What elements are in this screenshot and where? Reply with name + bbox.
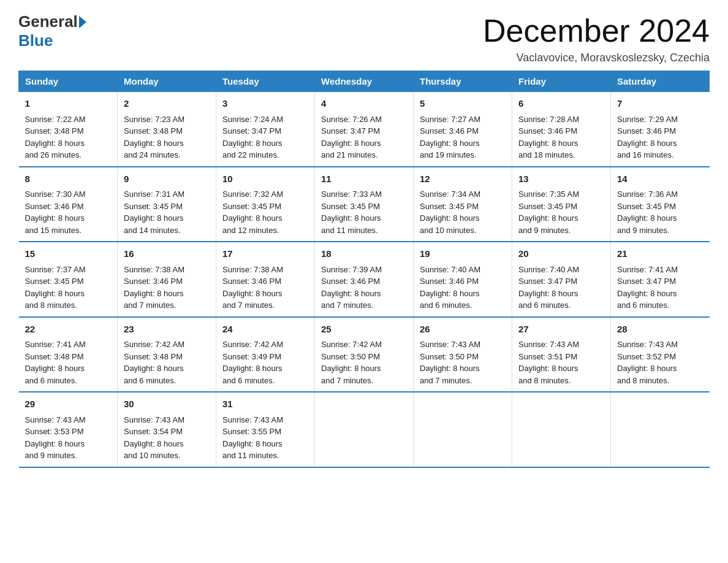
logo-blue-text: Blue <box>18 31 53 50</box>
day-info: Sunrise: 7:42 AMSunset: 3:48 PMDaylight:… <box>124 339 210 386</box>
day-number: 9 <box>124 172 210 186</box>
calendar-header-monday: Monday <box>118 71 216 92</box>
calendar-day-cell: 23Sunrise: 7:42 AMSunset: 3:48 PMDayligh… <box>118 317 216 393</box>
calendar-week-row: 1Sunrise: 7:22 AMSunset: 3:48 PMDaylight… <box>19 92 710 167</box>
day-number: 10 <box>222 172 308 186</box>
day-info: Sunrise: 7:33 AMSunset: 3:45 PMDaylight:… <box>321 188 407 236</box>
day-number: 31 <box>222 397 308 412</box>
day-info: Sunrise: 7:30 AMSunset: 3:46 PMDaylight:… <box>25 188 112 236</box>
calendar-day-cell: 13Sunrise: 7:35 AMSunset: 3:45 PMDayligh… <box>512 167 611 242</box>
day-number: 15 <box>25 247 112 261</box>
day-info: Sunrise: 7:36 AMSunset: 3:45 PMDaylight:… <box>617 188 703 236</box>
day-number: 19 <box>420 247 506 261</box>
day-number: 7 <box>617 97 703 111</box>
day-info: Sunrise: 7:29 AMSunset: 3:46 PMDaylight:… <box>617 113 703 161</box>
calendar-day-cell: 5Sunrise: 7:27 AMSunset: 3:46 PMDaylight… <box>414 92 512 167</box>
calendar-day-cell <box>611 392 710 467</box>
day-number: 3 <box>222 97 308 111</box>
calendar-day-cell: 7Sunrise: 7:29 AMSunset: 3:46 PMDaylight… <box>611 92 710 167</box>
calendar-day-cell: 29Sunrise: 7:43 AMSunset: 3:53 PMDayligh… <box>19 392 118 467</box>
calendar-day-cell: 1Sunrise: 7:22 AMSunset: 3:48 PMDaylight… <box>19 92 118 167</box>
day-number: 14 <box>617 172 703 186</box>
calendar-day-cell: 18Sunrise: 7:39 AMSunset: 3:46 PMDayligh… <box>315 242 414 317</box>
day-number: 23 <box>124 323 210 337</box>
logo-arrow-icon <box>79 16 86 28</box>
calendar-header-saturday: Saturday <box>611 71 710 92</box>
day-info: Sunrise: 7:22 AMSunset: 3:48 PMDaylight:… <box>25 113 112 161</box>
calendar-day-cell: 10Sunrise: 7:32 AMSunset: 3:45 PMDayligh… <box>216 167 315 242</box>
calendar-day-cell: 19Sunrise: 7:40 AMSunset: 3:46 PMDayligh… <box>414 242 512 317</box>
day-info: Sunrise: 7:38 AMSunset: 3:46 PMDaylight:… <box>124 264 210 312</box>
month-title: December 2024 <box>483 12 710 49</box>
calendar-header-wednesday: Wednesday <box>315 71 414 92</box>
day-info: Sunrise: 7:41 AMSunset: 3:48 PMDaylight:… <box>25 339 112 386</box>
calendar-day-cell: 20Sunrise: 7:40 AMSunset: 3:47 PMDayligh… <box>512 242 611 317</box>
day-info: Sunrise: 7:40 AMSunset: 3:47 PMDaylight:… <box>518 264 604 312</box>
day-info: Sunrise: 7:43 AMSunset: 3:55 PMDaylight:… <box>222 414 308 462</box>
day-info: Sunrise: 7:40 AMSunset: 3:46 PMDaylight:… <box>420 264 506 312</box>
day-number: 22 <box>25 323 112 337</box>
day-number: 18 <box>321 247 407 261</box>
day-number: 27 <box>518 323 604 337</box>
day-info: Sunrise: 7:38 AMSunset: 3:46 PMDaylight:… <box>222 264 308 312</box>
title-block: December 2024 Vaclavovice, Moravskoslezs… <box>483 12 710 64</box>
day-number: 24 <box>222 323 308 337</box>
calendar-header-friday: Friday <box>512 71 611 92</box>
day-number: 12 <box>420 172 506 186</box>
calendar-day-cell <box>512 392 611 467</box>
day-info: Sunrise: 7:43 AMSunset: 3:52 PMDaylight:… <box>617 339 703 386</box>
day-info: Sunrise: 7:43 AMSunset: 3:54 PMDaylight:… <box>124 414 210 462</box>
day-number: 13 <box>518 172 604 186</box>
calendar-day-cell: 21Sunrise: 7:41 AMSunset: 3:47 PMDayligh… <box>611 242 710 317</box>
calendar-table: SundayMondayTuesdayWednesdayThursdayFrid… <box>18 71 710 468</box>
day-info: Sunrise: 7:43 AMSunset: 3:53 PMDaylight:… <box>25 414 112 462</box>
calendar-day-cell: 14Sunrise: 7:36 AMSunset: 3:45 PMDayligh… <box>611 167 710 242</box>
day-number: 1 <box>25 97 112 111</box>
calendar-day-cell: 30Sunrise: 7:43 AMSunset: 3:54 PMDayligh… <box>118 392 216 467</box>
day-info: Sunrise: 7:27 AMSunset: 3:46 PMDaylight:… <box>420 113 506 161</box>
day-info: Sunrise: 7:31 AMSunset: 3:45 PMDaylight:… <box>124 188 210 236</box>
calendar-day-cell <box>414 392 512 467</box>
day-info: Sunrise: 7:37 AMSunset: 3:45 PMDaylight:… <box>25 264 112 312</box>
calendar-day-cell: 2Sunrise: 7:23 AMSunset: 3:48 PMDaylight… <box>118 92 216 167</box>
calendar-header-tuesday: Tuesday <box>216 71 315 92</box>
calendar-day-cell: 28Sunrise: 7:43 AMSunset: 3:52 PMDayligh… <box>611 317 710 393</box>
logo-general-text: General <box>18 12 78 31</box>
calendar-day-cell: 9Sunrise: 7:31 AMSunset: 3:45 PMDaylight… <box>118 167 216 242</box>
calendar-day-cell: 15Sunrise: 7:37 AMSunset: 3:45 PMDayligh… <box>19 242 118 317</box>
calendar-week-row: 29Sunrise: 7:43 AMSunset: 3:53 PMDayligh… <box>19 392 710 467</box>
day-number: 29 <box>25 397 112 412</box>
day-number: 17 <box>222 247 308 261</box>
day-number: 8 <box>25 172 112 186</box>
day-number: 11 <box>321 172 407 186</box>
calendar-week-row: 22Sunrise: 7:41 AMSunset: 3:48 PMDayligh… <box>19 317 710 393</box>
calendar-header-sunday: Sunday <box>19 71 118 92</box>
day-number: 16 <box>124 247 210 261</box>
day-number: 25 <box>321 323 407 337</box>
calendar-day-cell: 6Sunrise: 7:28 AMSunset: 3:46 PMDaylight… <box>512 92 611 167</box>
calendar-day-cell <box>315 392 414 467</box>
day-info: Sunrise: 7:42 AMSunset: 3:49 PMDaylight:… <box>222 339 308 386</box>
day-info: Sunrise: 7:32 AMSunset: 3:45 PMDaylight:… <box>222 188 308 236</box>
calendar-week-row: 8Sunrise: 7:30 AMSunset: 3:46 PMDaylight… <box>19 167 710 242</box>
calendar-day-cell: 22Sunrise: 7:41 AMSunset: 3:48 PMDayligh… <box>19 317 118 393</box>
calendar-day-cell: 26Sunrise: 7:43 AMSunset: 3:50 PMDayligh… <box>414 317 512 393</box>
calendar-day-cell: 16Sunrise: 7:38 AMSunset: 3:46 PMDayligh… <box>118 242 216 317</box>
location-subtitle: Vaclavovice, Moravskoslezsky, Czechia <box>483 52 710 64</box>
day-info: Sunrise: 7:23 AMSunset: 3:48 PMDaylight:… <box>124 113 210 161</box>
calendar-day-cell: 8Sunrise: 7:30 AMSunset: 3:46 PMDaylight… <box>19 167 118 242</box>
day-info: Sunrise: 7:43 AMSunset: 3:51 PMDaylight:… <box>518 339 604 386</box>
day-number: 28 <box>617 323 703 337</box>
page-header: General Blue December 2024 Vaclavovice, … <box>18 12 710 64</box>
day-info: Sunrise: 7:28 AMSunset: 3:46 PMDaylight:… <box>518 113 604 161</box>
day-info: Sunrise: 7:34 AMSunset: 3:45 PMDaylight:… <box>420 188 506 236</box>
calendar-day-cell: 11Sunrise: 7:33 AMSunset: 3:45 PMDayligh… <box>315 167 414 242</box>
day-number: 5 <box>420 97 506 111</box>
day-number: 20 <box>518 247 604 261</box>
calendar-day-cell: 31Sunrise: 7:43 AMSunset: 3:55 PMDayligh… <box>216 392 315 467</box>
calendar-day-cell: 17Sunrise: 7:38 AMSunset: 3:46 PMDayligh… <box>216 242 315 317</box>
calendar-day-cell: 25Sunrise: 7:42 AMSunset: 3:50 PMDayligh… <box>315 317 414 393</box>
day-info: Sunrise: 7:43 AMSunset: 3:50 PMDaylight:… <box>420 339 506 386</box>
day-number: 2 <box>124 97 210 111</box>
calendar-day-cell: 12Sunrise: 7:34 AMSunset: 3:45 PMDayligh… <box>414 167 512 242</box>
